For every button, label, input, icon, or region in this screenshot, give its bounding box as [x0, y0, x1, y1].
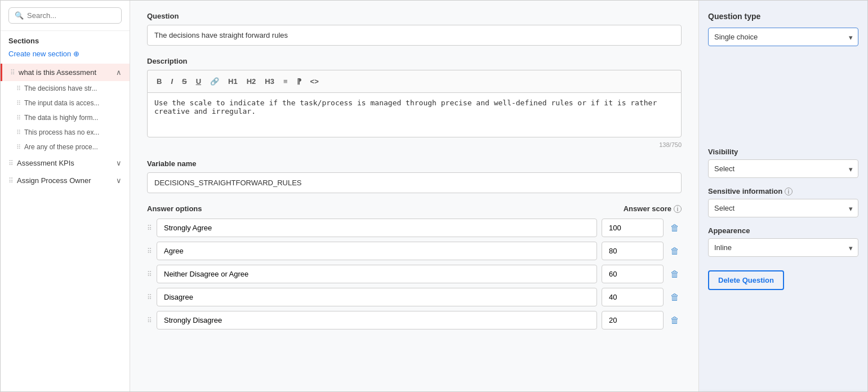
answer-header: Answer options Answer score i [147, 204, 682, 213]
answer-input[interactable] [157, 265, 597, 283]
delete-answer-button[interactable]: 🗑 [668, 291, 682, 304]
question-type-field: Single choice Free text Free text with f… [708, 28, 858, 46]
sensitive-select[interactable]: Select [708, 199, 858, 217]
drag-icon: ⠿ [16, 85, 21, 92]
main-content: Question Description B I S U 🔗 H1 H2 H3 … [130, 1, 698, 391]
underline-button[interactable]: U [193, 75, 204, 88]
sidebar-search-area: 🔍 [1, 1, 130, 31]
drag-icon: ⠿ [8, 159, 14, 167]
list-item[interactable]: ⠿ Are any of these proce... [1, 140, 130, 154]
search-box[interactable]: 🔍 [8, 7, 122, 24]
sensitive-label: Sensitive information i [708, 187, 858, 195]
search-input[interactable] [27, 11, 115, 20]
question-type-select[interactable]: Single choice [708, 28, 858, 46]
drag-icon: ⠿ [147, 270, 152, 278]
answer-input[interactable] [157, 242, 597, 260]
variable-label: Variable name [147, 159, 682, 168]
visibility-select-wrapper: Select [708, 159, 858, 178]
delete-answer-button[interactable]: 🗑 [668, 245, 682, 257]
appearance-label: Appearence [708, 226, 858, 235]
drag-icon: ⠿ [16, 144, 21, 151]
drag-icon: ⠿ [10, 69, 15, 77]
description-field: Description B I S U 🔗 H1 H2 H3 ≡ ⁋ <> Us… [147, 57, 682, 148]
drag-icon: ⠿ [147, 247, 152, 255]
variable-field: Variable name [147, 159, 682, 193]
drag-icon: ⠿ [16, 129, 21, 136]
delete-answer-button[interactable]: 🗑 [668, 268, 682, 280]
sensitive-select-wrapper: Select [708, 199, 858, 217]
sidebar-item-assessment[interactable]: ⠿ what is this Assessment ∧ [1, 64, 130, 81]
search-icon: 🔍 [15, 11, 24, 20]
sidebar-item-assign[interactable]: ⠿ Assign Process Owner ∨ [1, 172, 130, 189]
drag-icon: ⠿ [147, 317, 152, 324]
answer-input[interactable] [157, 311, 597, 329]
h1-button[interactable]: H1 [225, 75, 241, 88]
visibility-select[interactable]: Select [708, 159, 858, 178]
code-button[interactable]: <> [307, 75, 322, 88]
visibility-label: Visibility [708, 148, 858, 156]
plus-icon: ⊕ [73, 50, 79, 58]
appearance-select-wrapper: Inline [708, 238, 858, 257]
appearance-select[interactable]: Inline [708, 238, 858, 257]
rich-toolbar: B I S U 🔗 H1 H2 H3 ≡ ⁋ <> [147, 70, 682, 92]
sections-label: Sections [1, 31, 130, 47]
answer-section: Answer options Answer score i ⠿ 🗑 ⠿ 🗑 ⠿ [147, 204, 682, 329]
table-row: ⠿ 🗑 [147, 242, 682, 260]
link-button[interactable]: 🔗 [207, 75, 222, 88]
h3-button[interactable]: H3 [261, 75, 278, 88]
description-label: Description [147, 57, 682, 65]
right-panel: Question type Single choice Free text Fr… [698, 1, 867, 391]
question-type-select-wrapper: Single choice [708, 28, 858, 46]
create-new-section-button[interactable]: Create new section ⊕ [1, 47, 130, 64]
description-textarea[interactable]: Use the scale to indicate if the task/pr… [147, 92, 682, 137]
variable-input[interactable] [147, 172, 682, 193]
table-row: ⠿ 🗑 [147, 265, 682, 283]
list-item[interactable]: ⠿ The decisions have str... [1, 81, 130, 96]
chevron-down-icon: ∨ [116, 159, 122, 167]
list-item[interactable]: ⠿ The data is highly form... [1, 110, 130, 125]
table-row: ⠿ 🗑 [147, 311, 682, 329]
sidebar-item-kpis[interactable]: ⠿ Assessment KPIs ∨ [1, 154, 130, 172]
appearance-field: Appearence Inline [708, 226, 858, 257]
answer-score-label: Answer score i [624, 204, 682, 213]
question-field: Question [147, 12, 682, 46]
drag-icon: ⠿ [8, 177, 14, 185]
delete-answer-button[interactable]: 🗑 [668, 314, 682, 327]
drag-icon: ⠿ [147, 293, 152, 301]
drag-icon: ⠿ [16, 114, 21, 122]
score-input[interactable] [602, 311, 664, 329]
info-icon: i [785, 188, 793, 195]
sensitive-field: Sensitive information i Select [708, 187, 858, 217]
answer-options-label: Answer options [147, 204, 621, 213]
chevron-down-icon: ∨ [116, 176, 122, 185]
sidebar: 🔍 Sections Create new section ⊕ ⠿ what i… [1, 1, 130, 391]
score-input[interactable] [602, 242, 664, 260]
score-input[interactable] [602, 265, 664, 283]
score-input[interactable] [602, 288, 664, 306]
italic-button[interactable]: I [167, 75, 176, 88]
unordered-list-button[interactable]: ≡ [280, 75, 291, 88]
bold-button[interactable]: B [153, 75, 165, 88]
h2-button[interactable]: H2 [243, 75, 260, 88]
table-row: ⠿ 🗑 [147, 288, 682, 306]
answer-input[interactable] [157, 288, 597, 306]
list-item[interactable]: ⠿ This process has no ex... [1, 125, 130, 140]
question-type-title: Question type [708, 12, 858, 21]
chevron-up-icon: ∧ [116, 68, 122, 77]
delete-question-button[interactable]: Delete Question [708, 270, 784, 290]
drag-icon: ⠿ [147, 224, 152, 232]
score-input[interactable] [602, 219, 664, 237]
question-input[interactable] [147, 25, 682, 46]
answer-input[interactable] [157, 219, 597, 237]
ordered-list-button[interactable]: ⁋ [293, 75, 305, 88]
drag-icon: ⠿ [16, 100, 21, 107]
char-count: 138/750 [147, 141, 682, 148]
table-row: ⠿ 🗑 [147, 219, 682, 237]
delete-answer-button[interactable]: 🗑 [668, 222, 682, 234]
info-icon: i [674, 205, 682, 213]
strikethrough-button[interactable]: S [179, 75, 190, 88]
question-label: Question [147, 12, 682, 20]
list-item[interactable]: ⠿ The input data is acces... [1, 96, 130, 110]
visibility-field: Visibility Select [708, 148, 858, 178]
